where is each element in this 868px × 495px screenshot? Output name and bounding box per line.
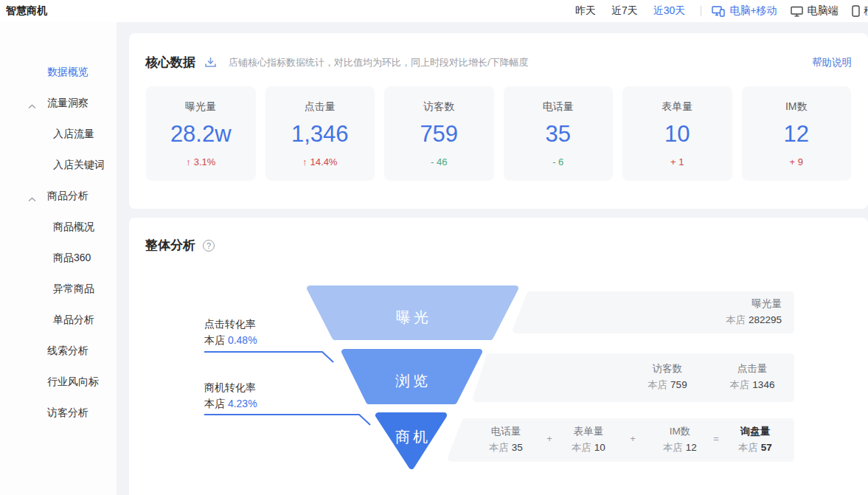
form-group: 表单量 本店 10 bbox=[548, 423, 629, 456]
sidebar-item-label: 流量洞察 bbox=[47, 97, 88, 110]
app-title: 智慧商机 bbox=[6, 4, 47, 18]
sidebar-item-product-overview[interactable]: 商品概况 bbox=[0, 212, 117, 243]
metric-card-im: IM数 12 + 9 bbox=[742, 86, 852, 181]
metric-delta: - 6 bbox=[552, 156, 563, 167]
metric-card-forms: 表单量 10 + 1 bbox=[622, 86, 732, 181]
sidebar-item-label: 单品分析 bbox=[53, 314, 94, 327]
question-circle-icon[interactable] bbox=[203, 240, 215, 252]
sidebar-item-product-360[interactable]: 商品360 bbox=[0, 243, 117, 274]
chevron-up-icon bbox=[28, 100, 36, 111]
arrow-up-icon: ↑ bbox=[302, 156, 308, 167]
overall-analysis-card: 整体分析 曝光 浏览 商机 点击转化率 本店 0.48% 商机转化率 本店 4.… bbox=[129, 218, 868, 495]
sidebar-item-label: 行业风向标 bbox=[47, 375, 99, 389]
sidebar-item-store-keywords[interactable]: 入店关键词 bbox=[0, 150, 117, 181]
sidebar-item-leads-analysis[interactable]: 线索分析 bbox=[0, 336, 117, 367]
conversion-line-2 bbox=[204, 415, 370, 425]
metric-card-visitors: 访客数 759 - 46 bbox=[384, 86, 494, 181]
metric-card-phone: 电话量 35 - 6 bbox=[504, 86, 614, 181]
core-data-card: 核心数据 店铺核心指标数据统计，对比值均为环比，同上时段对比增长/下降幅度 帮助… bbox=[129, 33, 868, 209]
exposure-panel-text: 曝光量 本店 282295 bbox=[726, 296, 782, 328]
sidebar-item-label: 线索分析 bbox=[47, 345, 88, 358]
visitors-panel-text: 访客数 本店 759 bbox=[623, 361, 712, 393]
topbar-controls: 昨天 近7天 近30天 电脑+移动 电脑端 移动端 bbox=[575, 0, 868, 22]
metric-label: 曝光量 bbox=[185, 100, 216, 114]
conversion-value-line: 本店 4.23% bbox=[204, 395, 315, 412]
metric-label: 访客数 bbox=[423, 100, 454, 114]
device-filter-label: 电脑+移动 bbox=[729, 4, 777, 18]
desktop-icon bbox=[791, 6, 803, 17]
opportunity-conversion-annotation: 商机转化率 本店 4.23% bbox=[204, 379, 315, 412]
metric-card-exposure: 曝光量 28.2w ↑3.1% bbox=[146, 86, 256, 181]
metric-delta: + 9 bbox=[790, 156, 803, 167]
metric-value: 35 bbox=[546, 121, 571, 148]
device-filter-label: 移动端 bbox=[864, 4, 868, 18]
plus-operator: + bbox=[625, 432, 641, 446]
device-filter-desktop[interactable]: 电脑端 bbox=[791, 4, 839, 18]
metric-card-clicks: 点击量 1,346 ↑14.4% bbox=[265, 86, 375, 181]
time-filter-30days[interactable]: 近30天 bbox=[653, 4, 686, 18]
device-filter-label: 电脑端 bbox=[808, 4, 839, 18]
metric-value: 1,346 bbox=[291, 121, 349, 148]
sidebar-item-single-product-analysis[interactable]: 单品分析 bbox=[0, 305, 117, 336]
metric-value: 759 bbox=[420, 121, 458, 148]
sidebar-item-label: 入店流量 bbox=[53, 128, 94, 141]
sidebar-item-store-traffic[interactable]: 入店流量 bbox=[0, 119, 117, 150]
funnel-label-exposure: 曝光 bbox=[396, 309, 431, 325]
metric-value: 10 bbox=[664, 121, 690, 148]
divider bbox=[701, 6, 701, 16]
funnel-label-opportunity: 商机 bbox=[395, 429, 431, 445]
analysis-header: 整体分析 bbox=[129, 218, 868, 254]
device-filter-desktop-mobile[interactable]: 电脑+移动 bbox=[712, 4, 777, 18]
metric-value: 12 bbox=[784, 121, 809, 148]
sidebar-item-label: 商品概况 bbox=[53, 221, 94, 234]
device-filter-mobile[interactable]: 移动端 bbox=[852, 4, 868, 18]
conversion-label: 商机转化率 bbox=[204, 379, 315, 395]
sidebar-item-data-overview[interactable]: 数据概览 bbox=[0, 57, 117, 88]
sidebar-item-industry-trends[interactable]: 行业风向标 bbox=[0, 367, 117, 398]
click-conversion-annotation: 点击转化率 本店 0.48% bbox=[204, 316, 315, 348]
sidebar-item-label: 商品分析 bbox=[47, 190, 88, 203]
download-icon[interactable] bbox=[204, 56, 217, 69]
metric-delta: ↑3.1% bbox=[186, 156, 215, 167]
metric-cards-row: 曝光量 28.2w ↑3.1% 点击量 1,346 ↑14.4% 访客数 759… bbox=[129, 86, 868, 181]
phone-group: 电话量 本店 35 bbox=[465, 423, 546, 456]
sidebar-item-label: 数据概览 bbox=[47, 66, 88, 79]
inquiry-group: 询盘量 本店 57 bbox=[715, 423, 796, 456]
sidebar-item-abnormal-products[interactable]: 异常商品 bbox=[0, 274, 117, 305]
metric-label: IM数 bbox=[785, 100, 808, 114]
mobile-icon bbox=[852, 5, 860, 17]
sidebar-item-label: 商品360 bbox=[53, 252, 91, 265]
sidebar-item-label: 访客分析 bbox=[47, 406, 88, 420]
sidebar-group-traffic-insight[interactable]: 流量洞察 bbox=[0, 88, 117, 119]
sidebar: 数据概览 流量洞察 入店流量 入店关键词 商品分析 商品概况 商品360 异常商… bbox=[0, 22, 117, 495]
core-data-description: 店铺核心指标数据统计，对比值均为环比，同上时段对比增长/下降幅度 bbox=[229, 56, 529, 69]
metric-value: 28.2w bbox=[170, 121, 232, 148]
help-link[interactable]: 帮助说明 bbox=[812, 56, 852, 69]
funnel-label-browse: 浏览 bbox=[395, 373, 431, 389]
metric-label: 电话量 bbox=[543, 100, 574, 114]
analysis-title: 整体分析 bbox=[145, 237, 195, 254]
time-filter-yesterday[interactable]: 昨天 bbox=[575, 4, 596, 18]
conversion-value-line: 本店 0.48% bbox=[204, 332, 315, 348]
top-bar: 智慧商机 昨天 近7天 近30天 电脑+移动 电脑端 移动端 bbox=[0, 0, 868, 22]
clicks-panel-text: 点击量 本店 1346 bbox=[708, 361, 796, 393]
chevron-up-icon bbox=[28, 193, 36, 204]
time-filter-7days[interactable]: 近7天 bbox=[611, 4, 638, 18]
metric-delta: - 46 bbox=[431, 156, 447, 167]
core-data-header: 核心数据 店铺核心指标数据统计，对比值均为环比，同上时段对比增长/下降幅度 帮助… bbox=[129, 33, 868, 71]
sidebar-group-product-analysis[interactable]: 商品分析 bbox=[0, 181, 117, 212]
metric-delta: ↑14.4% bbox=[302, 156, 337, 167]
metric-delta: + 1 bbox=[670, 156, 684, 167]
metric-label: 表单量 bbox=[662, 100, 692, 114]
sidebar-item-label: 异常商品 bbox=[53, 283, 94, 296]
core-data-title: 核心数据 bbox=[145, 54, 195, 71]
desktop-mobile-icon bbox=[712, 6, 725, 17]
arrow-up-icon: ↑ bbox=[186, 156, 191, 167]
sidebar-item-visitor-analysis[interactable]: 访客分析 bbox=[0, 398, 117, 429]
sidebar-item-label: 入店关键词 bbox=[53, 159, 105, 172]
metric-label: 点击量 bbox=[305, 100, 336, 114]
conversion-label: 点击转化率 bbox=[204, 316, 315, 332]
conversion-line-1 bbox=[204, 352, 333, 362]
